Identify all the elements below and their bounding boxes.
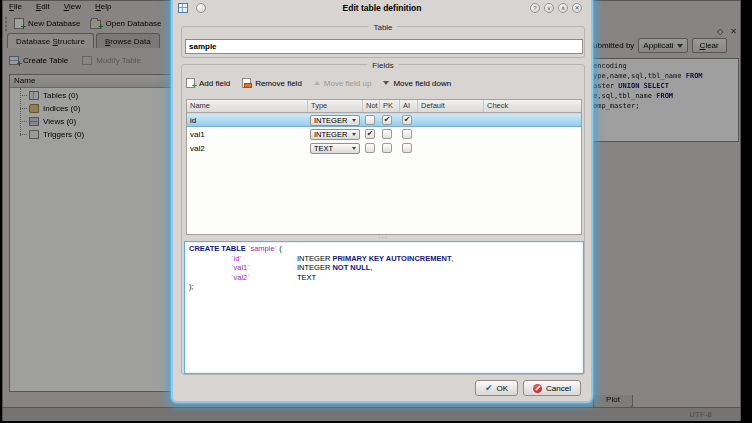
- checkbox-cell: [399, 127, 417, 141]
- field-name-cell[interactable]: val2: [187, 141, 307, 155]
- field-type-cell: TEXT: [307, 141, 362, 155]
- pk-checkbox[interactable]: [382, 129, 392, 139]
- text-segment: aster: [593, 82, 618, 90]
- dock-close-icon[interactable]: ✕: [730, 27, 737, 36]
- edit-table-definition-dialog: Edit table definition ? ∨ ∧ ✕ Table samp…: [172, 0, 592, 402]
- column-header-pk[interactable]: PK: [379, 100, 399, 112]
- field-default-cell[interactable]: [417, 141, 483, 155]
- dock-float-icon[interactable]: ◇: [717, 27, 723, 36]
- ok-check-icon: ✔: [485, 384, 493, 393]
- field-name-cell[interactable]: val1: [187, 127, 307, 141]
- field-check-cell[interactable]: [483, 114, 581, 126]
- type-combobox[interactable]: INTEGER: [310, 129, 360, 140]
- text-segment: `id`: [231, 254, 297, 264]
- remove-field-button[interactable]: Remove field: [242, 78, 302, 88]
- field-check-cell[interactable]: [483, 127, 581, 141]
- tree-item-views[interactable]: Views (0): [10, 115, 178, 128]
- text-segment: FROM: [656, 92, 673, 100]
- checkbox-cell: ✔: [399, 114, 417, 126]
- text-line: `id`INTEGER PRIMARY KEY AUTOINCREMENT,: [189, 254, 579, 264]
- column-header-check[interactable]: Check: [483, 100, 581, 112]
- keep-above-window-button[interactable]: ∧: [558, 3, 568, 13]
- open-database-icon: [90, 20, 101, 29]
- field-default-cell[interactable]: [417, 127, 483, 141]
- cancel-button[interactable]: Cancel: [523, 380, 581, 396]
- type-value: INTEGER: [314, 130, 347, 139]
- tree-item-indices[interactable]: Indices (0): [10, 102, 178, 115]
- clear-log-button[interactable]: Clear: [692, 38, 727, 53]
- type-combobox[interactable]: INTEGER: [310, 115, 360, 126]
- text-segment: PRIMARY KEY AUTOINCREMENT: [332, 254, 451, 263]
- menu-file[interactable]: File: [9, 2, 22, 13]
- field-type-cell: INTEGER: [307, 114, 362, 126]
- add-field-icon: [186, 78, 195, 88]
- tree-items: Tables (0)Indices (0)Views (0)Triggers (…: [10, 88, 178, 141]
- ai-checkbox[interactable]: [402, 129, 412, 139]
- open-database-button[interactable]: Open Database: [85, 16, 166, 31]
- type-combobox[interactable]: TEXT: [310, 143, 360, 154]
- tables-icon: [29, 91, 39, 100]
- sql-preview[interactable]: CREATE TABLE `sample` ( `id`INTEGER PRIM…: [184, 241, 584, 374]
- tab-browse-data[interactable]: Browse Data: [96, 33, 160, 48]
- field-row-id[interactable]: idINTEGER✔✔: [187, 113, 581, 127]
- tree-item-tables[interactable]: Tables (0): [10, 89, 178, 102]
- cancel-label: Cancel: [546, 384, 571, 393]
- modify-table-button: Modify Table: [82, 56, 141, 65]
- dialog-title-bar[interactable]: Edit table definition ? ∨ ∧ ✕: [173, 0, 591, 15]
- tree-column-header[interactable]: Name: [10, 75, 178, 88]
- checkbox-cell: [379, 141, 399, 155]
- move-field-up-button: Move field up: [314, 79, 372, 88]
- text-segment: );: [189, 282, 194, 291]
- shade-window-button[interactable]: ∨: [544, 3, 554, 13]
- menu-edit[interactable]: Edit: [36, 2, 50, 13]
- text-segment: e,sql,tbl_name: [593, 92, 656, 100]
- ai-checkbox[interactable]: ✔: [402, 115, 412, 125]
- field-check-cell[interactable]: [483, 141, 581, 155]
- field-row-val1[interactable]: val1INTEGER✔: [187, 127, 581, 141]
- screen: FileEditViewHelp New Database Open Datab…: [0, 0, 752, 423]
- log-filter-combobox[interactable]: Applicati: [638, 38, 687, 53]
- field-default-cell[interactable]: [417, 114, 483, 126]
- menu-view[interactable]: View: [64, 2, 81, 13]
- text-segment: ype,name,sql,tbl_name: [593, 72, 686, 80]
- pk-checkbox[interactable]: ✔: [382, 115, 392, 125]
- not-null-checkbox[interactable]: [365, 115, 375, 125]
- column-header-type[interactable]: Type: [307, 100, 362, 112]
- move-field-down-button[interactable]: Move field down: [383, 79, 451, 88]
- column-header-name[interactable]: Name: [187, 100, 307, 112]
- tree-branch: [20, 95, 27, 96]
- text-segment: [189, 273, 231, 283]
- text-line: encoding: [593, 61, 737, 71]
- not-null-checkbox[interactable]: [365, 143, 375, 153]
- splitter-handle[interactable]: ···: [378, 236, 388, 240]
- column-header-ai[interactable]: AI: [399, 100, 417, 112]
- checkbox-cell: [362, 114, 379, 126]
- create-table-button[interactable]: Create Table: [9, 56, 68, 65]
- ok-button[interactable]: ✔ OK: [475, 380, 518, 396]
- status-bar: UTF-8: [3, 407, 740, 421]
- text-line: `val2`TEXT: [189, 273, 579, 283]
- sql-log-text[interactable]: encodingype,name,sql,tbl_name FROMaster …: [591, 58, 739, 142]
- column-header-not[interactable]: Not: [362, 100, 379, 112]
- close-window-button[interactable]: ✕: [572, 3, 582, 13]
- column-header-default[interactable]: Default: [417, 100, 483, 112]
- not-null-checkbox[interactable]: ✔: [365, 129, 375, 139]
- tree-item-triggers[interactable]: Triggers (0): [10, 128, 178, 141]
- pk-checkbox[interactable]: [382, 143, 392, 153]
- help-window-button[interactable]: ?: [530, 3, 540, 13]
- text-line: emp_master;: [593, 101, 737, 111]
- field-name-cell[interactable]: id: [187, 114, 307, 126]
- add-field-button[interactable]: Add field: [186, 78, 230, 88]
- encoding-status: UTF-8: [689, 410, 712, 419]
- checkbox-cell: [362, 141, 379, 155]
- table-name-input[interactable]: sample: [185, 39, 583, 54]
- menu-help[interactable]: Help: [95, 2, 111, 13]
- tab-database-structure[interactable]: Database Structure: [7, 33, 94, 48]
- text-segment: ,: [451, 254, 453, 263]
- text-segment: (: [277, 244, 282, 253]
- new-database-button[interactable]: New Database: [9, 16, 85, 31]
- field-row-val2[interactable]: val2TEXT: [187, 141, 581, 155]
- cancel-icon: [533, 384, 542, 393]
- field-type-cell: INTEGER: [307, 127, 362, 141]
- ai-checkbox[interactable]: [402, 143, 412, 153]
